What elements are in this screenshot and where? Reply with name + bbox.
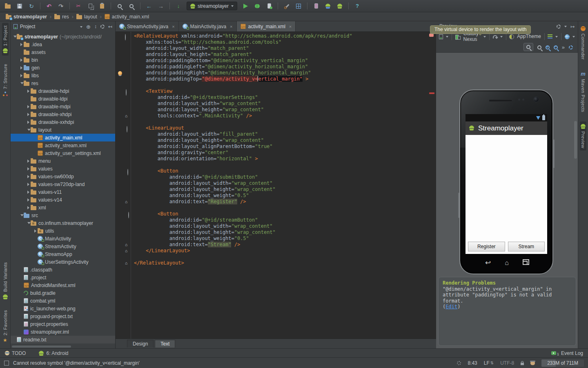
device-monitor-button[interactable] xyxy=(312,2,320,11)
tree-toggle[interactable] xyxy=(27,175,29,178)
tree-toggle[interactable] xyxy=(27,90,29,93)
line-ending-selector[interactable]: LF⇅ xyxy=(484,360,494,366)
tree-item[interactable]: activity_user_settings.xml xyxy=(11,149,115,157)
error-indicator[interactable] xyxy=(429,34,434,37)
paste-button[interactable] xyxy=(98,2,106,11)
compile-button[interactable]: ↓ xyxy=(175,2,182,11)
editor-tab[interactable]: CStreamActivity.java× xyxy=(116,21,179,31)
tool-window-button-maven-projects[interactable]: mMaven Projects xyxy=(580,69,586,114)
back-button[interactable]: ← xyxy=(145,2,153,11)
tree-item[interactable]: activity_stream.xml xyxy=(11,141,115,149)
tree-item[interactable]: .idea xyxy=(11,40,115,48)
save-button[interactable] xyxy=(16,2,23,11)
fold-end-marker[interactable]: ⌂ xyxy=(125,114,127,118)
zoom-out-button[interactable] xyxy=(554,44,558,50)
tree-toggle[interactable] xyxy=(27,105,29,108)
globe-button[interactable] xyxy=(565,34,570,39)
tree-toggle[interactable] xyxy=(27,129,31,131)
tool-window-button-preview[interactable]: Preview xyxy=(580,121,586,151)
close-tab-icon[interactable]: × xyxy=(289,24,292,29)
caret[interactable] xyxy=(564,23,567,29)
caret[interactable] xyxy=(483,34,486,39)
find-button[interactable] xyxy=(116,2,123,11)
activity-button[interactable] xyxy=(548,34,552,39)
tab-text[interactable]: Text xyxy=(155,340,175,348)
tree-toggle[interactable] xyxy=(20,58,22,62)
inspections-hector-icon[interactable] xyxy=(530,361,535,365)
zoom-actual-button[interactable] xyxy=(537,44,541,50)
fold-end-marker[interactable]: ⌂ xyxy=(125,200,127,204)
tree-item[interactable]: build.gradle xyxy=(11,289,115,297)
edit-link[interactable]: Edit xyxy=(445,304,457,310)
undo-button[interactable]: ↶ xyxy=(45,2,53,11)
tree-item[interactable]: gen xyxy=(11,64,115,72)
attach-debugger-button[interactable] xyxy=(265,2,273,11)
tree-toggle[interactable] xyxy=(27,121,29,124)
encoding-selector[interactable]: UTF-8 xyxy=(500,360,514,366)
rotate-button[interactable] xyxy=(493,34,497,39)
tool-window-button-1-project[interactable]: 1: Project xyxy=(2,23,9,56)
fold-end-marker[interactable]: ⌂ xyxy=(125,243,127,247)
tree-item[interactable]: drawable-hdpi xyxy=(11,87,115,95)
tree-toggle[interactable] xyxy=(27,198,29,202)
tree-item[interactable]: values-v14 xyxy=(11,196,115,204)
breadcrumb-item[interactable]: res xyxy=(53,14,71,20)
tree-toggle[interactable] xyxy=(27,222,31,224)
tree-item[interactable]: CMainActivity xyxy=(11,235,115,242)
copy-button[interactable] xyxy=(87,2,94,11)
event-log-button[interactable]: 1 Event Log xyxy=(551,350,583,356)
todo-tool-button[interactable]: TODO xyxy=(5,350,26,356)
tree-item[interactable]: xml xyxy=(11,204,115,211)
tree-item[interactable]: drawable-xhdpi xyxy=(11,110,115,118)
config-button[interactable] xyxy=(439,34,443,39)
tree-toggle[interactable] xyxy=(20,74,22,77)
gear-button[interactable] xyxy=(557,23,561,29)
tree-item[interactable]: utils xyxy=(11,227,115,235)
fold-marker[interactable] xyxy=(127,169,128,175)
tree-item[interactable]: drawable-xxhdpi xyxy=(11,118,115,126)
tree-item[interactable]: streamoplayer (~/projects/android/ xyxy=(11,33,115,40)
error-stripe-mark[interactable] xyxy=(429,92,434,94)
tree-toggle[interactable] xyxy=(27,206,29,209)
tree-item[interactable]: layout xyxy=(11,126,115,134)
sync-button[interactable]: ↻ xyxy=(28,2,35,11)
tool-window-button-7-structure[interactable]: 7: Structure xyxy=(2,61,9,99)
gear-blue-button[interactable] xyxy=(569,44,573,50)
move-right-button[interactable]: ↦ xyxy=(570,23,575,29)
caret[interactable] xyxy=(500,34,503,39)
android-button[interactable] xyxy=(336,2,343,11)
tool-window-button-2-favorites[interactable]: 2: Favorites★ xyxy=(2,307,9,345)
tree-toggle[interactable] xyxy=(20,214,24,216)
tree-item[interactable]: .classpath xyxy=(11,266,115,274)
help-button[interactable]: ? xyxy=(354,2,361,11)
tree-item[interactable]: co.infinum.streamoplayer xyxy=(11,219,115,227)
run-button[interactable] xyxy=(242,2,249,11)
more-button[interactable]: » xyxy=(562,44,565,50)
caret[interactable] xyxy=(446,34,448,39)
avd-manager-button[interactable] xyxy=(295,2,302,11)
caret[interactable] xyxy=(555,34,558,39)
tree-item[interactable]: drawable-ldpi xyxy=(11,95,115,103)
cursor-position[interactable]: 8:43 xyxy=(468,360,477,366)
theme-button[interactable] xyxy=(509,34,514,39)
open-folder-button[interactable] xyxy=(4,2,11,11)
tree-toggle[interactable] xyxy=(20,43,22,46)
toggle-icon[interactable] xyxy=(4,361,9,366)
close-tab-icon[interactable]: × xyxy=(172,24,174,29)
tab-design[interactable]: Design xyxy=(127,340,154,348)
editor-tab[interactable]: activity_main.xml× xyxy=(237,21,296,31)
tree-item[interactable]: combat.yml xyxy=(11,297,115,305)
tree-toggle[interactable] xyxy=(20,66,22,70)
editor-gutter[interactable]: ⌂⌂⌂⌂⌂ xyxy=(116,32,131,339)
tree-toggle[interactable] xyxy=(13,36,17,38)
tree-toggle[interactable] xyxy=(20,82,24,84)
tree-item[interactable]: activity_main.xml xyxy=(11,134,115,141)
debug-button[interactable] xyxy=(254,2,261,11)
tree-item[interactable]: project.properties xyxy=(11,320,115,328)
tree-item[interactable]: assets xyxy=(11,48,115,56)
run-configuration-select[interactable]: streamoplayer xyxy=(187,2,237,10)
tree-toggle[interactable] xyxy=(27,167,29,171)
fold-end-marker[interactable]: ⌂ xyxy=(125,249,127,253)
tree-toggle[interactable] xyxy=(27,159,29,163)
tree-item[interactable]: res xyxy=(11,79,115,87)
